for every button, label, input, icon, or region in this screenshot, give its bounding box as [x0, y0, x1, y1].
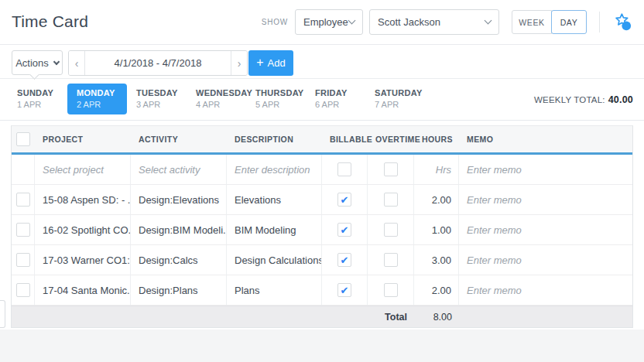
day-name: MONDAY [77, 88, 127, 97]
project-select-field[interactable]: Select project [35, 155, 131, 184]
billable-checkbox[interactable]: ✔ [337, 253, 351, 267]
toolbar: Actions ‹ 4/1/2018 - 4/7/2018 › + Add [0, 46, 644, 79]
activity-cell[interactable]: Design:BIM Modeli... [131, 215, 227, 244]
memo-input-field[interactable]: Enter memo [459, 155, 632, 184]
weekly-total-label: WEEKLY TOTAL: [534, 95, 605, 104]
day-tab-monday[interactable]: MONDAY 2 APR [67, 84, 127, 114]
overtime-checkbox[interactable]: ✔ [384, 223, 398, 237]
billable-checkbox[interactable]: ✔ [337, 283, 351, 297]
top-bar: Time Card SHOW Employee Scott Jackson WE… [0, 0, 644, 45]
add-label: Add [268, 57, 286, 69]
day-tab-thursday[interactable]: THURSDAY 5 APR [246, 84, 306, 114]
hours-input-field[interactable]: Hrs [414, 155, 459, 184]
memo-cell[interactable]: Enter memo [459, 275, 632, 305]
memo-cell[interactable]: Enter memo [459, 245, 632, 275]
hours-cell[interactable]: 1.00 [414, 215, 459, 244]
day-tab-wednesday[interactable]: WEDNESDAY 4 APR [187, 84, 246, 114]
day-name: WEDNESDAY [196, 88, 246, 97]
time-entry-table: ✔ PROJECT ACTIVITY DESCRIPTION BILLABLE … [11, 125, 633, 328]
column-header-project: PROJECT [35, 135, 131, 144]
day-tab-sunday[interactable]: SUNDAY 1 APR [8, 84, 67, 114]
chevron-down-icon [53, 58, 60, 64]
select-all-checkbox[interactable]: ✔ [16, 132, 30, 146]
overtime-checkbox[interactable]: ✔ [384, 162, 398, 176]
previous-week-button[interactable]: ‹ [69, 51, 84, 75]
row-select-checkbox[interactable] [16, 193, 30, 207]
weekly-total: WEEKLY TOTAL:40.00 [534, 94, 633, 105]
table-footer-row: Total 8.00 [12, 306, 632, 327]
day-tab-friday[interactable]: FRIDAY 6 APR [306, 84, 365, 114]
hours-cell[interactable]: 3.00 [414, 245, 459, 275]
day-name: SUNDAY [17, 88, 67, 97]
header-divider [599, 12, 600, 32]
table-row: 15-08 Aspen SD: - ... Design:Elevations … [12, 185, 632, 215]
actions-button[interactable]: Actions [12, 50, 63, 75]
favorite-star-icon[interactable] [611, 12, 633, 33]
description-cell[interactable]: Plans [227, 275, 322, 305]
chevron-down-icon [348, 17, 356, 25]
actions-label: Actions [15, 57, 49, 69]
show-by-value: Employee [303, 16, 348, 28]
day-name: SATURDAY [375, 88, 425, 97]
week-toggle-button[interactable]: WEEK [512, 10, 552, 34]
billable-checkbox[interactable]: ✔ [337, 162, 351, 176]
overtime-checkbox[interactable]: ✔ [384, 283, 398, 297]
total-label: Total [368, 306, 414, 327]
table-header-row: ✔ PROJECT ACTIVITY DESCRIPTION BILLABLE … [12, 126, 632, 155]
employee-select[interactable]: Scott Jackson [369, 9, 499, 35]
column-header-billable: BILLABLE [322, 135, 368, 144]
column-header-hours: HOURS [414, 135, 459, 144]
time-card-page: Time Card SHOW Employee Scott Jackson WE… [0, 0, 644, 362]
weekly-total-value: 40.00 [608, 94, 633, 105]
table-row: 17-03 Warner CO1:... Design:Calcs Design… [12, 245, 632, 275]
memo-cell[interactable]: Enter memo [459, 215, 632, 244]
overtime-checkbox[interactable]: ✔ [384, 193, 398, 207]
day-name: FRIDAY [315, 88, 365, 97]
day-date: 4 APR [196, 100, 246, 109]
day-toggle-button[interactable]: DAY [551, 10, 587, 34]
description-input-field[interactable]: Enter description [227, 155, 322, 184]
day-date: 7 APR [375, 100, 425, 109]
activity-cell[interactable]: Design:Elevations [131, 185, 227, 214]
column-header-memo: MEMO [459, 135, 632, 144]
description-cell[interactable]: BIM Modeling [227, 215, 322, 244]
page-title: Time Card [12, 12, 88, 31]
project-cell[interactable]: 17-04 Santa Monic... [35, 275, 131, 305]
check-icon: ✔ [341, 225, 349, 235]
description-cell[interactable]: Design Calculations [227, 245, 322, 275]
total-value: 8.00 [414, 306, 459, 327]
project-cell[interactable]: 15-08 Aspen SD: - ... [35, 185, 131, 214]
description-cell[interactable]: Elevations [227, 185, 322, 214]
add-entry-button[interactable]: + Add [248, 50, 293, 76]
activity-select-field[interactable]: Select activity [131, 155, 227, 184]
hours-cell[interactable]: 2.00 [414, 275, 459, 305]
row-select-checkbox[interactable] [16, 253, 30, 267]
day-tab-tuesday[interactable]: TUESDAY 3 APR [127, 84, 187, 114]
activity-cell[interactable]: Design:Calcs [131, 245, 227, 275]
project-cell[interactable]: 16-02 Spotlight CO... [35, 215, 131, 244]
check-icon: ✔ [341, 195, 349, 205]
plus-icon: + [256, 56, 263, 70]
day-date: 6 APR [315, 100, 365, 109]
billable-checkbox[interactable]: ✔ [337, 193, 351, 207]
column-header-description: DESCRIPTION [227, 135, 322, 144]
day-date: 3 APR [136, 100, 187, 109]
hours-cell[interactable]: 2.00 [414, 185, 459, 214]
day-name: TUESDAY [136, 88, 187, 97]
memo-cell[interactable]: Enter memo [459, 185, 632, 214]
date-range-display[interactable]: 4/1/2018 - 4/7/2018 [84, 51, 231, 75]
row-select-checkbox[interactable] [16, 223, 30, 237]
overtime-checkbox[interactable]: ✔ [384, 253, 398, 267]
show-label: SHOW [262, 18, 288, 26]
day-tab-saturday[interactable]: SATURDAY 7 APR [365, 84, 425, 114]
page-background [0, 330, 644, 362]
row-select-checkbox[interactable] [16, 283, 30, 297]
activity-cell[interactable]: Design:Plans [131, 275, 227, 305]
day-tab-bar: SUNDAY 1 APR MONDAY 2 APR TUESDAY 3 APR … [0, 80, 644, 121]
billable-checkbox[interactable]: ✔ [337, 223, 351, 237]
day-date: 1 APR [17, 100, 67, 109]
show-by-select[interactable]: Employee [295, 9, 363, 35]
project-cell[interactable]: 17-03 Warner CO1:... [35, 245, 131, 275]
side-panel-handle[interactable] [0, 300, 5, 328]
next-week-button[interactable]: › [231, 51, 247, 75]
